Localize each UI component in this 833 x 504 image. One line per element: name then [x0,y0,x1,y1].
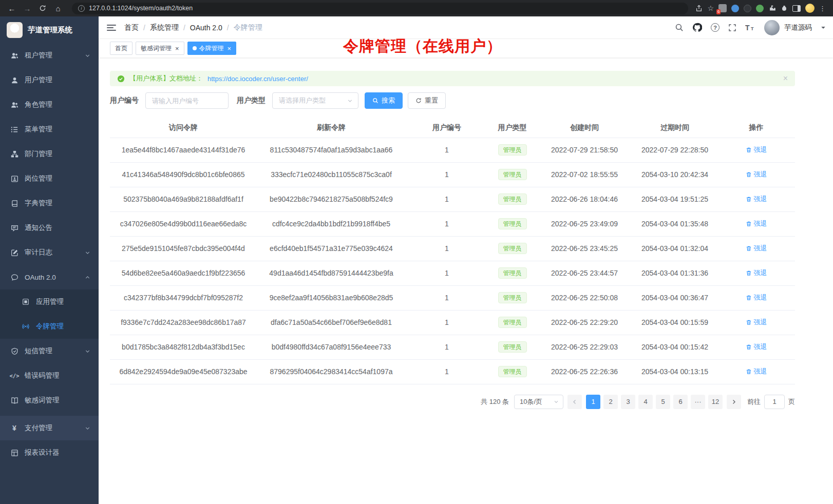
tab-1[interactable]: 首页 [110,42,132,55]
force-logout-button[interactable]: 强退 [746,145,767,154]
alert-doc-link[interactable]: https://doc.iocoder.cn/user-center/ [207,75,308,83]
sidebar-item-2[interactable]: 用户管理 [0,68,99,92]
extension-blue-icon[interactable] [731,5,739,12]
force-logout-button[interactable]: 强退 [746,318,767,327]
sidebar-item-14[interactable]: </>错误码管理 [0,363,99,388]
page-button-2[interactable]: 2 [603,395,618,409]
sidebar-item-7[interactable]: 字典管理 [0,191,99,216]
goto-page-input[interactable] [764,395,785,409]
user-type-cell: 管理员 [488,335,537,359]
browser-back-icon[interactable]: ← [5,2,18,15]
browser-profile-avatar[interactable] [805,4,815,13]
page-button-1[interactable]: 1 [586,395,600,409]
next-page-button[interactable] [727,395,741,409]
page-more-button[interactable]: ··· [691,395,705,409]
sidebar-item-17[interactable]: 报表设计器 [0,440,99,465]
font-size-icon[interactable]: TT [745,24,755,32]
breadcrumb-item[interactable]: 系统管理 [150,23,179,32]
bookmark-star-icon[interactable]: ☆ [707,4,714,12]
sidebar-item-15[interactable]: 敏感词管理 [0,388,99,413]
page-button-3[interactable]: 3 [621,395,635,409]
alert-close-icon[interactable]: × [783,74,788,83]
sidebar-item-11[interactable]: 应用管理 [0,289,99,314]
user-id-cell: 1 [406,261,488,285]
force-logout-button[interactable]: 强退 [746,219,767,228]
share-icon[interactable] [695,5,703,12]
sidebar-item-16[interactable]: ¥支付管理 [0,416,99,440]
action-cell: 强退 [717,310,795,335]
force-logout-button[interactable]: 强退 [746,293,767,302]
help-icon[interactable]: ? [711,23,720,32]
github-icon[interactable] [692,23,702,32]
page-button-6[interactable]: 6 [673,395,688,409]
breadcrumb-item[interactable]: OAuth 2.0 [190,24,222,32]
sidebar-item-9[interactable]: 审计日志 [0,240,99,265]
action-cell: 强退 [717,138,795,162]
force-logout-button[interactable]: 强退 [746,367,767,376]
sidebar-item-10[interactable]: OAuth 2.0 [0,265,99,289]
extensions-puzzle-icon[interactable] [768,5,776,12]
user-type-select[interactable]: 请选择用户类型 [272,92,358,109]
force-logout-button[interactable]: 强退 [746,170,767,179]
column-header: 用户类型 [488,118,537,138]
site-info-icon[interactable]: i [78,5,85,12]
reset-button[interactable]: 重置 [408,92,446,109]
sidebar-item-13[interactable]: 短信管理 [0,339,99,363]
browser-menu-icon[interactable]: ⋮ [819,5,826,12]
tab-close-icon[interactable]: × [175,45,179,52]
user-id-input[interactable] [145,92,229,109]
browser-reload-icon[interactable] [36,2,49,15]
force-logout-button[interactable]: 强退 [746,195,767,204]
fullscreen-icon[interactable] [728,24,736,32]
refresh-token-cell: cdfc4ce9c2da4bb1bdf21b9918ff4be5 [257,211,406,236]
user-id-cell: 1 [406,285,488,310]
force-logout-button[interactable]: 强退 [746,342,767,352]
sidebar-item-5[interactable]: 部门管理 [0,142,99,166]
app-logo[interactable]: 芋道管理系统 [0,16,99,43]
search-icon[interactable] [675,23,684,32]
caret-down-icon[interactable] [821,25,826,30]
tab-close-icon[interactable]: × [228,45,232,52]
beetle-icon[interactable] [781,5,788,12]
url-text[interactable]: 127.0.0.1:1024/system/oauth2/token [89,5,193,12]
browser-forward-icon[interactable]: → [21,2,34,15]
page-button-4[interactable]: 4 [638,395,653,409]
refresh-token-cell: e6cfd40eb1f54571a31e775e039c4624 [257,236,406,261]
sidebar: 芋道管理系统 租户管理用户管理角色管理菜单管理部门管理岗位管理字典管理通知公告审… [0,16,99,504]
user-avatar[interactable] [764,20,780,35]
page-size-select[interactable]: 10条/页 [514,395,563,409]
extension-green-icon[interactable] [756,5,764,12]
trash-icon [746,171,752,178]
table-row: b0d1785bc3a8482f812db4a3f3bd15ecb0df4980… [110,335,795,359]
extension-grid-icon[interactable]: 6 [718,4,727,12]
action-cell: 强退 [717,211,795,236]
app-title: 芋道管理系统 [28,25,72,35]
create-time-cell: 2022-06-26 18:04:46 [537,187,632,211]
user-name[interactable]: 芋道源码 [784,23,812,32]
page-button-5[interactable]: 5 [656,395,670,409]
user-id-cell: 1 [406,211,488,236]
goto-suffix: 页 [788,397,795,406]
force-logout-label: 强退 [754,318,767,327]
sidebar-item-1[interactable]: 租户管理 [0,43,99,68]
sidebar-item-4[interactable]: 菜单管理 [0,117,99,142]
prev-page-button[interactable] [567,395,582,409]
side-panel-icon[interactable] [792,5,801,12]
breadcrumb-item[interactable]: 首页 [124,23,139,32]
tab-2[interactable]: 敏感词管理× [136,42,184,55]
tab-3[interactable]: 令牌管理× [187,42,237,55]
page-button-12[interactable]: 12 [708,395,723,409]
sidebar-item-6[interactable]: 岗位管理 [0,166,99,191]
sidebar-item-8[interactable]: 通知公告 [0,216,99,240]
force-logout-button[interactable]: 强退 [746,244,767,253]
user-type-badge: 管理员 [498,218,527,229]
force-logout-label: 强退 [754,145,767,154]
extension-dark-icon[interactable] [744,5,751,12]
sidebar-item-12[interactable]: 令牌管理 [0,314,99,339]
search-button[interactable]: 搜索 [365,92,403,109]
hamburger-icon[interactable] [107,25,116,31]
address-bar[interactable]: i 127.0.0.1:1024/system/oauth2/token [72,3,688,14]
sidebar-item-3[interactable]: 角色管理 [0,92,99,117]
browser-home-icon[interactable]: ⌂ [51,2,65,15]
force-logout-button[interactable]: 强退 [746,268,767,278]
